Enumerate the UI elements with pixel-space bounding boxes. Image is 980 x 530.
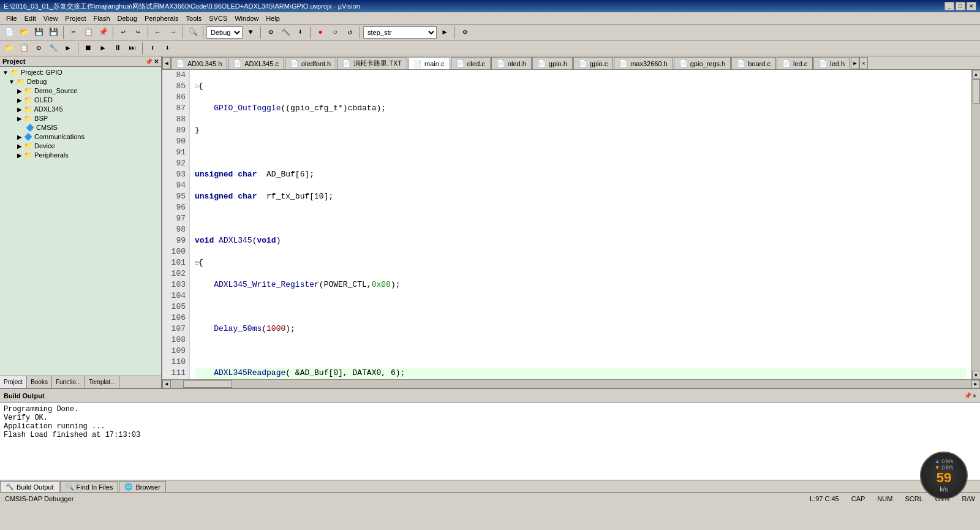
settings-button[interactable]: ⚙ [458, 26, 472, 39]
maximize-button[interactable]: □ [956, 2, 965, 10]
scroll-up-arrow[interactable]: ▲ [972, 70, 981, 78]
tab-ledh[interactable]: 📄led.h [813, 57, 850, 69]
hscroll-right-arrow[interactable]: ▶ [971, 380, 980, 388]
load-button[interactable]: ⬇ [293, 26, 307, 39]
code-line-94 [195, 301, 967, 312]
hscroll-thumb[interactable] [183, 380, 232, 388]
tab-oledfont[interactable]: 📄oledfont.h [285, 57, 336, 69]
menu-item-file[interactable]: File [2, 13, 21, 23]
build-output-pin[interactable]: 📌 [964, 392, 971, 399]
tab-ledc[interactable]: 📄led.c [777, 57, 813, 69]
tb2-debug3[interactable]: ⏸ [111, 42, 124, 55]
tb2-debug2[interactable]: ▶ [96, 42, 110, 55]
menu-item-flash[interactable]: Flash [90, 13, 114, 23]
tree-item-demo[interactable]: ▶ 📁 Demo_Source [0, 86, 161, 96]
tree-item-comm[interactable]: ▶ 🔷 Communications [0, 132, 161, 142]
bottom-tab-find[interactable]: 🔍 Find In Files [60, 481, 119, 492]
tb2-btn6[interactable]: ⬆ [146, 42, 159, 55]
hscroll-left-arrow[interactable]: ◀ [162, 380, 171, 388]
menu-item-edit[interactable]: Edit [21, 13, 40, 23]
copy-button[interactable]: 📋 [81, 26, 95, 39]
menu-item-help[interactable]: Help [262, 13, 284, 23]
menu-item-debug[interactable]: Debug [114, 13, 141, 23]
find-tab-icon: 🔍 [66, 483, 74, 491]
tb2-btn1[interactable]: 📁 [2, 42, 16, 55]
panel-tab-templates[interactable]: Templat... [85, 376, 119, 388]
tb-arrow-btn[interactable]: ▼ [244, 26, 257, 39]
redo-button[interactable]: ↪ [131, 26, 145, 39]
tabs-scroll-right[interactable]: ▶ [851, 57, 859, 69]
find-button[interactable]: 🔍 [186, 26, 200, 39]
code-content[interactable]: ⊟{ GPIO_OutToggle((gpio_cfg_t*)cbdata); … [190, 70, 971, 379]
build-all-button[interactable]: ⚙ [264, 26, 277, 39]
tb2-btn7[interactable]: ⬇ [160, 42, 174, 55]
tabs-scroll-left[interactable]: ◀ [162, 57, 171, 69]
hscroll-track[interactable] [171, 380, 971, 388]
menu-item-tools[interactable]: Tools [183, 13, 206, 23]
debug-stop-button[interactable]: ○ [328, 26, 342, 39]
search-dropdown[interactable]: step_str [363, 26, 437, 39]
tab-max32660h[interactable]: 📄max32660.h [614, 57, 673, 69]
tree-item-debug[interactable]: ▼ 📁 Debug [0, 77, 161, 86]
bottom-tab-build[interactable]: 🔨 Build Output [0, 481, 59, 492]
menu-item-view[interactable]: View [40, 13, 62, 23]
panel-tab-project[interactable]: Project [0, 376, 27, 388]
horizontal-scrollbar[interactable]: ◀ ▶ [162, 379, 980, 388]
panel-tab-books[interactable]: Books [27, 376, 52, 388]
tb2-btn5[interactable]: ▶ [61, 42, 75, 55]
search-go-button[interactable]: ▶ [438, 26, 451, 39]
code-container[interactable]: 84 85 86 87 88 89 90 91 92 93 94 95 96 9… [162, 70, 971, 379]
build-button[interactable]: 🔨 [279, 26, 292, 39]
debug-dropdown[interactable]: Debug [206, 26, 243, 39]
tab-gpioc[interactable]: 📄gpio.c [573, 57, 613, 69]
tab-adxl345c[interactable]: 📄ADXL345.c [228, 57, 284, 69]
undo-button[interactable]: ↩ [116, 26, 130, 39]
tree-item-cmsis[interactable]: 🔷 CMSIS [0, 123, 161, 132]
panel-pin-button[interactable]: 📌 [145, 58, 153, 65]
tree-item-device[interactable]: ▶ 📁 Device [0, 142, 161, 151]
scroll-track[interactable] [972, 78, 981, 371]
tb2-btn4[interactable]: 🔧 [47, 42, 60, 55]
tab-boardc[interactable]: 📄board.c [731, 57, 776, 69]
bottom-tab-browser[interactable]: 🌐 Browser [119, 481, 165, 492]
panel-close-button[interactable]: ✕ [154, 58, 159, 65]
tb2-debug1[interactable]: ⏹ [81, 42, 95, 55]
tab-gpio-regs[interactable]: 📄gpio_regs.h [674, 57, 731, 69]
debug-start-button[interactable]: ● [314, 26, 327, 39]
nav-fwd-button[interactable]: → [166, 26, 179, 39]
tb2-debug4[interactable]: ⏭ [126, 42, 139, 55]
new-file-button[interactable]: 📄 [2, 26, 16, 39]
open-file-button[interactable]: 📂 [17, 26, 31, 39]
tree-item-oled[interactable]: ▶ 📁 OLED [0, 96, 161, 105]
tab-gpioh[interactable]: 📄gpio.h [532, 57, 573, 69]
debug-reset-button[interactable]: ↺ [343, 26, 356, 39]
close-button[interactable]: ✕ [967, 2, 976, 10]
paste-button[interactable]: 📌 [96, 26, 110, 39]
build-output-close[interactable]: ✕ [973, 392, 976, 399]
tabs-close-list[interactable]: ✕ [859, 57, 868, 69]
panel-tab-functions[interactable]: Functio... [52, 376, 85, 388]
save-button[interactable]: 💾 [32, 26, 45, 39]
save-all-button[interactable]: 💾 [47, 26, 60, 39]
scroll-thumb[interactable] [973, 79, 980, 104]
cut-button[interactable]: ✂ [67, 26, 80, 39]
menu-item-window[interactable]: Window [231, 13, 262, 23]
tab-mainc[interactable]: 📄main.c [408, 58, 450, 70]
menu-item-svcs[interactable]: SVCS [205, 13, 231, 23]
tab-adxl345h[interactable]: 📄ADXL345.h [171, 57, 227, 69]
tree-item-peripherals[interactable]: ▶ 📁 Peripherals [0, 151, 161, 160]
tab-oledc[interactable]: 📄oled.c [451, 57, 491, 69]
tree-item-project[interactable]: ▼ 📁 Project: GPIO [0, 68, 161, 77]
nav-back-button[interactable]: ← [151, 26, 165, 39]
tb2-btn2[interactable]: 📋 [17, 42, 31, 55]
minimize-button[interactable]: _ [944, 2, 954, 10]
tree-item-adxl345[interactable]: ▶ 📁 ADXL345 [0, 105, 161, 114]
tab-txt[interactable]: 📄消耗卡路里.TXT [337, 57, 407, 69]
menu-item-project[interactable]: Project [61, 13, 89, 23]
tab-oledh[interactable]: 📄oled.h [491, 57, 532, 69]
vertical-scrollbar[interactable]: ▲ ▼ [971, 70, 980, 379]
scroll-down-arrow[interactable]: ▼ [972, 371, 981, 379]
tree-item-bsp[interactable]: ▶ 📁 BSP [0, 114, 161, 123]
menu-item-peripherals[interactable]: Peripherals [141, 13, 183, 23]
tb2-btn3[interactable]: ⚙ [32, 42, 45, 55]
